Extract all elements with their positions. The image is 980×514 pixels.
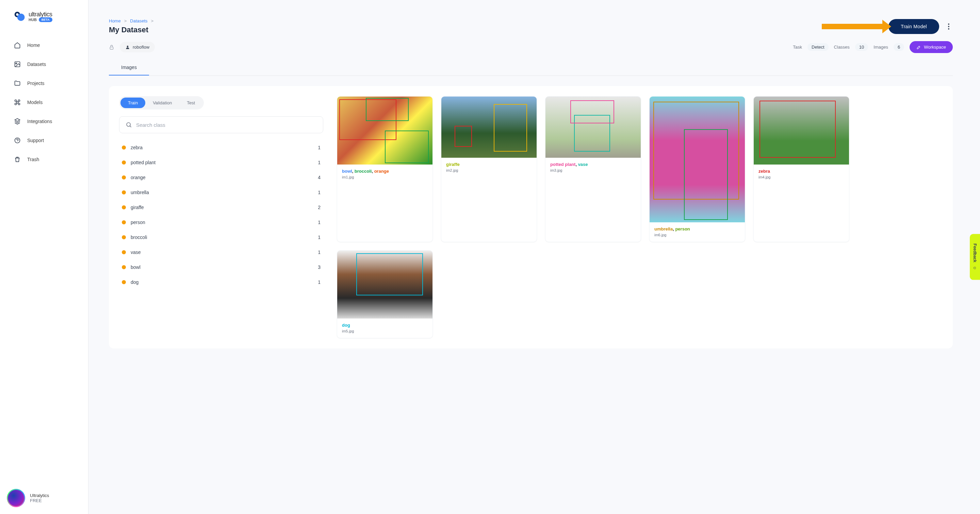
image-card[interactable]: giraffeim2.jpg: [441, 96, 537, 242]
class-count: 4: [318, 175, 321, 180]
class-name: broccoli: [130, 235, 147, 240]
feedback-label: Feedback: [972, 243, 977, 262]
logo-icon: [14, 10, 26, 22]
train-model-button[interactable]: Train Model: [888, 19, 939, 34]
person-icon: [125, 45, 130, 50]
image-icon: [14, 60, 21, 68]
breadcrumb-separator: >: [151, 18, 154, 24]
images-value: 6: [894, 43, 904, 51]
image-labels: potted plant, vase: [550, 162, 636, 167]
owner-pill[interactable]: roboflow: [120, 42, 155, 52]
search-box[interactable]: [119, 116, 323, 133]
class-list: zebra1potted plant1orange4umbrella1giraf…: [119, 140, 323, 290]
class-dot-icon: [122, 160, 126, 165]
image-card[interactable]: zebraim4.jpg: [753, 96, 850, 242]
sidebar-user[interactable]: Ultralytics FREE: [0, 489, 88, 507]
sidebar-item-projects[interactable]: Projects: [7, 74, 81, 92]
split-tab-validation[interactable]: Validation: [145, 98, 179, 108]
class-count: 1: [318, 220, 321, 225]
sidebar-item-label: Projects: [27, 81, 45, 86]
class-name: orange: [130, 175, 146, 180]
sidebar-item-home[interactable]: Home: [7, 36, 81, 54]
class-row[interactable]: giraffe2: [119, 200, 323, 215]
avatar: [7, 489, 25, 507]
smile-icon: ☺: [972, 266, 977, 271]
class-dot-icon: [122, 235, 126, 240]
class-row[interactable]: umbrella1: [119, 185, 323, 200]
sidebar-item-datasets[interactable]: Datasets: [7, 55, 81, 73]
more-menu-button[interactable]: [945, 22, 953, 30]
brand-title: ultralytics: [29, 11, 52, 18]
classes-label: Classes: [834, 44, 850, 50]
sidebar-item-trash[interactable]: Trash: [7, 150, 81, 169]
home-icon: [14, 41, 21, 49]
class-row[interactable]: person1: [119, 215, 323, 230]
sidebar-item-label: Integrations: [27, 119, 52, 124]
owner-name: roboflow: [133, 44, 150, 50]
image-card[interactable]: umbrella, personim6.jpg: [649, 96, 745, 242]
workspace-button[interactable]: Workspace: [910, 41, 953, 53]
user-name: Ultralytics: [30, 493, 49, 498]
search-input[interactable]: [136, 122, 317, 128]
sidebar-item-support[interactable]: Support: [7, 131, 81, 149]
image-filename: im3.jpg: [550, 168, 636, 172]
sidebar-item-label: Support: [27, 138, 44, 143]
split-tabs: TrainValidationTest: [119, 96, 204, 109]
svg-point-4: [16, 63, 17, 64]
class-count: 1: [318, 279, 321, 285]
content-card: TrainValidationTest zebra1potted plant1o…: [109, 86, 953, 349]
logo[interactable]: ultralytics HUB BETA: [0, 10, 88, 36]
image-filename: im1.jpg: [342, 175, 428, 179]
image-labels: dog: [342, 323, 428, 328]
class-row[interactable]: vase1: [119, 245, 323, 260]
class-row[interactable]: bowl3: [119, 260, 323, 274]
sidebar-item-label: Datasets: [27, 62, 46, 67]
svg-point-2: [16, 13, 18, 16]
class-panel: TrainValidationTest zebra1potted plant1o…: [119, 96, 323, 338]
feedback-tab[interactable]: Feedback ☺: [970, 234, 980, 280]
image-filename: im4.jpg: [759, 175, 844, 179]
image-card[interactable]: potted plant, vaseim3.jpg: [545, 96, 641, 242]
class-count: 1: [318, 160, 321, 165]
class-dot-icon: [122, 250, 126, 254]
class-name: bowl: [130, 265, 140, 270]
sidebar-item-integrations[interactable]: Integrations: [7, 112, 81, 130]
class-row[interactable]: broccoli1: [119, 230, 323, 245]
image-labels: umbrella, person: [654, 227, 740, 232]
image-thumbnail: [337, 97, 433, 165]
class-row[interactable]: orange4: [119, 170, 323, 185]
class-row[interactable]: zebra1: [119, 140, 323, 155]
tab-images[interactable]: Images: [109, 60, 149, 76]
split-tab-test[interactable]: Test: [179, 98, 202, 108]
class-name: dog: [130, 279, 138, 285]
class-row[interactable]: dog1: [119, 274, 323, 290]
split-tab-train[interactable]: Train: [121, 98, 145, 108]
class-row[interactable]: potted plant1: [119, 155, 323, 170]
class-dot-icon: [122, 265, 126, 269]
main-tabs: Images: [109, 60, 953, 76]
breadcrumb-home[interactable]: Home: [109, 18, 121, 24]
breadcrumb-datasets[interactable]: Datasets: [130, 18, 147, 24]
user-plan: FREE: [30, 498, 49, 503]
class-name: potted plant: [130, 160, 156, 165]
image-labels: zebra: [759, 169, 844, 174]
help-icon: [14, 136, 21, 144]
class-dot-icon: [122, 190, 126, 194]
lock-icon: [109, 44, 115, 50]
sidebar-item-models[interactable]: Models: [7, 93, 81, 111]
image-card[interactable]: bowl, broccoli, orangeim1.jpg: [337, 96, 433, 242]
class-dot-icon: [122, 280, 126, 284]
image-filename: im2.jpg: [446, 168, 532, 172]
class-count: 1: [318, 235, 321, 240]
main-content: Home > Datasets > My Dataset Train Model…: [89, 0, 980, 514]
bounding-box: [455, 126, 472, 146]
image-thumbnail: [649, 97, 745, 222]
svg-rect-6: [110, 47, 113, 49]
class-count: 1: [318, 249, 321, 255]
class-name: giraffe: [130, 205, 144, 210]
bounding-box: [570, 100, 614, 124]
edit-icon: [916, 45, 921, 50]
image-card[interactable]: dogim5.jpg: [337, 250, 433, 338]
bounding-box: [356, 253, 423, 295]
sidebar-nav: Home Datasets Projects Models Integratio…: [0, 36, 88, 169]
